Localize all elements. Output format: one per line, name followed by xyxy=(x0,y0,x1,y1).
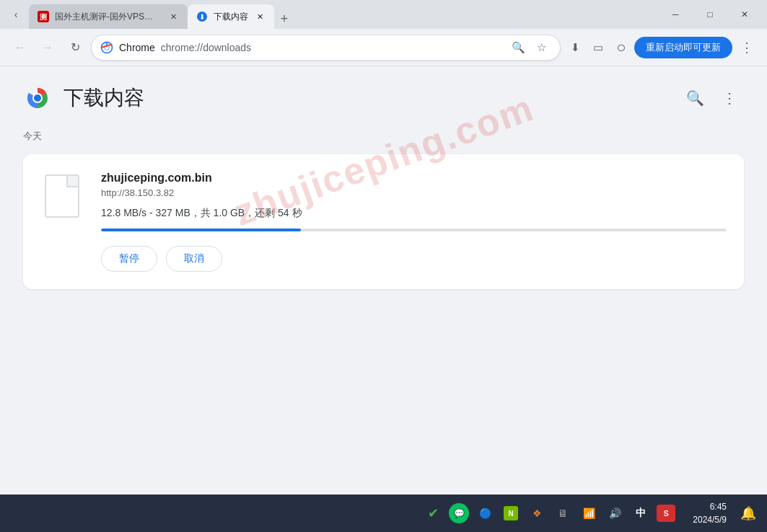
maximize-button[interactable]: □ xyxy=(693,3,727,26)
tab-inactive-1[interactable]: 测 国外主机测评-国外VPS、国外... ✕ xyxy=(29,4,188,29)
taskbar-icon-grid[interactable]: ❖ xyxy=(527,503,547,523)
tab2-title: 下载内容 xyxy=(214,11,248,23)
search-icon-btn[interactable]: 🔍 xyxy=(508,37,528,58)
download-filename: zhujiceping.com.bin xyxy=(101,172,727,185)
pause-button[interactable]: 暂停 xyxy=(101,246,157,272)
svg-text:💬: 💬 xyxy=(454,507,465,518)
download-card: zhujiceping.com.bin http://38.150.3.82 1… xyxy=(23,154,744,289)
bookmark-icon-btn[interactable]: ☆ xyxy=(531,37,551,58)
page-search-button[interactable]: 🔍 xyxy=(680,84,709,112)
taskbar-icon-check[interactable]: ✔ xyxy=(423,503,443,523)
taskbar-time: 6:45 2024/5/9 xyxy=(693,500,727,526)
tab-scroll-left[interactable]: ‹ xyxy=(6,4,26,25)
forward-button[interactable]: → xyxy=(36,36,59,59)
progress-bar-fill xyxy=(101,229,301,231)
address-site: Chrome xyxy=(119,42,155,53)
section-today-label: 今天 xyxy=(0,124,767,148)
more-menu-button[interactable]: ⋮ xyxy=(735,36,758,59)
address-path: chrome://downloads xyxy=(161,42,251,53)
taskbar-icon-bluetooth[interactable]: 🔵 xyxy=(475,503,495,523)
cancel-button[interactable]: 取消 xyxy=(166,246,222,272)
download-icon-btn[interactable]: ⬇ xyxy=(565,37,585,58)
taskbar: ✔ 💬 🔵 N ❖ 🖥 📶 🔊 中 S 6:45 2024/5/9 🔔 xyxy=(0,495,767,532)
svg-text:N: N xyxy=(509,510,514,518)
progress-bar-container xyxy=(101,229,727,231)
tab2-close[interactable]: ✕ xyxy=(254,11,266,22)
close-button[interactable]: ✕ xyxy=(728,3,761,26)
chrome-logo-large xyxy=(23,84,52,112)
page-more-button[interactable]: ⋮ xyxy=(715,84,744,112)
taskbar-icon-nvidia[interactable]: N xyxy=(501,503,521,523)
tab-active-downloads[interactable]: ⬇ 下载内容 ✕ xyxy=(188,4,274,29)
page-header: 下载内容 🔍 ⋮ xyxy=(0,66,767,124)
address-icons: 🔍 ☆ xyxy=(508,37,551,58)
chrome-logo-small xyxy=(100,41,113,54)
page-content: zhujiceping.com xyxy=(0,66,767,495)
address-text: Chrome chrome://downloads xyxy=(119,42,251,53)
taskbar-notification-button[interactable]: 🔔 xyxy=(738,503,758,523)
new-tab-button[interactable]: + xyxy=(274,9,294,29)
tab-group: 测 国外主机测评-国外VPS、国外... ✕ ⬇ 下载内容 ✕ + xyxy=(29,0,650,29)
back-button[interactable]: ← xyxy=(9,36,32,59)
taskbar-icon-sogou[interactable]: S xyxy=(657,505,675,522)
address-box[interactable]: Chrome chrome://downloads 🔍 ☆ xyxy=(91,35,561,61)
download-stats: 12.8 MB/s - 327 MB，共 1.0 GB，还剩 54 秒 xyxy=(101,207,727,220)
profile-icon-btn[interactable]: ○ xyxy=(611,37,631,58)
taskbar-icon-wechat[interactable]: 💬 xyxy=(449,503,469,523)
tab1-title: 国外主机测评-国外VPS、国外... xyxy=(55,11,162,23)
window-controls: ─ □ ✕ xyxy=(659,3,761,26)
page-header-left: 下载内容 xyxy=(23,84,144,112)
download-info: zhujiceping.com.bin http://38.150.3.82 1… xyxy=(101,172,727,272)
taskbar-icon-display[interactable]: 🖥 xyxy=(553,503,573,523)
download-actions: 暂停 取消 xyxy=(101,246,727,272)
tab2-favicon: ⬇ xyxy=(196,11,208,22)
reload-button[interactable]: ↻ xyxy=(63,36,87,59)
minimize-button[interactable]: ─ xyxy=(659,3,692,26)
taskbar-icons: ✔ 💬 🔵 N ❖ 🖥 📶 🔊 中 S xyxy=(423,503,675,523)
addressbar: ← → ↻ Chrome chrome://downloads 🔍 ☆ ⬇ ▭ xyxy=(0,29,767,66)
taskbar-icon-ime[interactable]: 中 xyxy=(631,503,651,523)
tab1-favicon: 测 xyxy=(38,11,49,22)
page-header-right: 🔍 ⋮ xyxy=(680,84,744,112)
svg-point-10 xyxy=(34,94,41,102)
cast-icon-btn[interactable]: ▭ xyxy=(588,37,608,58)
file-icon-area xyxy=(40,172,84,218)
date-display: 2024/5/9 xyxy=(693,513,727,526)
svg-text:⬇: ⬇ xyxy=(199,13,205,21)
toolbar-right: ⬇ ▭ ○ 重新启动即可更新 ⋮ xyxy=(565,36,758,59)
titlebar: ‹ 测 国外主机测评-国外VPS、国外... ✕ ⬇ 下载内容 ✕ xyxy=(0,0,767,29)
file-icon xyxy=(45,174,79,218)
svg-text:测: 测 xyxy=(40,13,47,21)
taskbar-icon-wifi[interactable]: 📶 xyxy=(579,503,599,523)
tab1-close[interactable]: ✕ xyxy=(167,11,179,22)
taskbar-icon-volume[interactable]: 🔊 xyxy=(605,503,625,523)
downloads-page: zhujiceping.com xyxy=(0,66,767,495)
page-title: 下载内容 xyxy=(63,84,144,112)
update-button[interactable]: 重新启动即可更新 xyxy=(634,37,732,58)
time-display: 6:45 xyxy=(710,500,727,513)
download-url: http://38.150.3.82 xyxy=(101,187,727,198)
